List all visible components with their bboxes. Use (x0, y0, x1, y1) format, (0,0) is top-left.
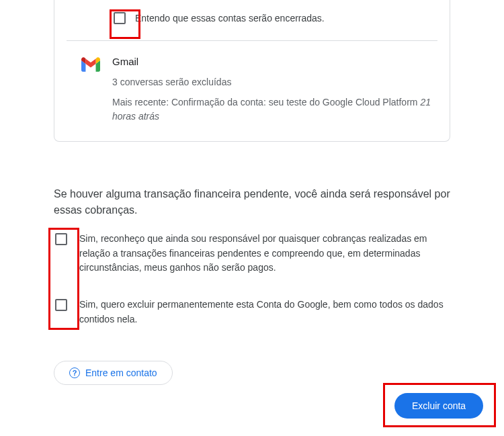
delete-label: Excluir conta (412, 400, 466, 411)
ack-charges-row: Sim, reconheço que ainda sou responsável… (55, 232, 450, 275)
account-closure-card: Entendo que essas contas serão encerrada… (54, 0, 450, 142)
contact-button[interactable]: ? Entre em contato (54, 361, 173, 385)
gmail-icon (81, 57, 100, 72)
recent-prefix: Mais recente: (112, 97, 171, 107)
help-circle-icon: ? (69, 367, 80, 378)
delete-account-button[interactable]: Excluir conta (394, 393, 483, 419)
pending-transactions-text: Se houver alguma transação financeira pe… (54, 186, 450, 218)
ack-delete-checkbox[interactable] (55, 299, 67, 311)
gmail-section: Gmail 3 conversas serão excluídas Mais r… (54, 41, 450, 141)
contact-label: Entre em contato (85, 367, 157, 378)
recent-subject: Confirmação da conta: seu teste do Googl… (171, 97, 418, 107)
gmail-recent: Mais recente: Confirmação da conta: seu … (112, 95, 437, 124)
ack-delete-label: Sim, quero excluir permanentemente esta … (79, 298, 450, 326)
understand-checkbox[interactable] (114, 12, 126, 24)
ack-charges-label: Sim, reconheço que ainda sou responsável… (79, 232, 450, 275)
ack-delete-row: Sim, quero excluir permanentemente esta … (55, 298, 450, 326)
gmail-info: Gmail 3 conversas serão excluídas Mais r… (112, 56, 437, 124)
gmail-sub: 3 conversas serão excluídas (112, 77, 437, 87)
ack-charges-checkbox[interactable] (55, 233, 67, 245)
understand-label: Entendo que essas contas serão encerrada… (135, 13, 325, 24)
gmail-title: Gmail (112, 56, 437, 67)
understand-row: Entendo que essas contas serão encerrada… (54, 0, 450, 40)
